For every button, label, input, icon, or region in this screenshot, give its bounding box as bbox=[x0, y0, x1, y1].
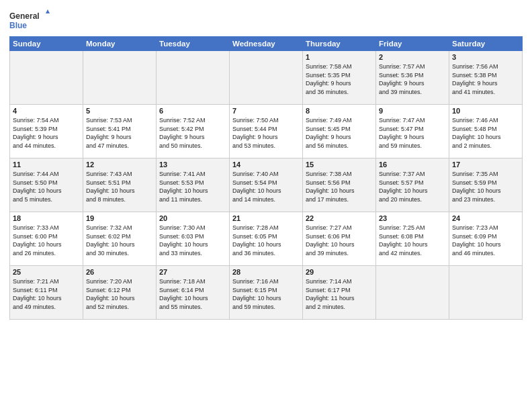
calendar-day-cell: 9Sunrise: 7:47 AM Sunset: 5:47 PM Daylig… bbox=[376, 105, 449, 158]
calendar-day-cell: 17Sunrise: 7:35 AM Sunset: 5:59 PM Dayli… bbox=[449, 158, 523, 212]
calendar-day-cell bbox=[157, 51, 230, 105]
day-number: 22 bbox=[306, 214, 373, 222]
calendar-day-cell: 6Sunrise: 7:52 AM Sunset: 5:42 PM Daylig… bbox=[157, 105, 230, 158]
calendar-day-cell: 19Sunrise: 7:32 AM Sunset: 6:02 PM Dayli… bbox=[83, 212, 157, 266]
day-number: 25 bbox=[13, 268, 80, 276]
calendar-week-row: 25Sunrise: 7:21 AM Sunset: 6:11 PM Dayli… bbox=[10, 266, 523, 320]
day-info: Sunrise: 7:23 AM Sunset: 6:09 PM Dayligh… bbox=[452, 224, 519, 257]
calendar-day-cell: 11Sunrise: 7:44 AM Sunset: 5:50 PM Dayli… bbox=[10, 158, 83, 212]
day-info: Sunrise: 7:16 AM Sunset: 6:15 PM Dayligh… bbox=[232, 277, 300, 311]
calendar-day-cell: 14Sunrise: 7:40 AM Sunset: 5:54 PM Dayli… bbox=[230, 158, 303, 212]
day-info: Sunrise: 7:40 AM Sunset: 5:54 PM Dayligh… bbox=[232, 170, 300, 203]
day-info: Sunrise: 7:58 AM Sunset: 5:35 PM Dayligh… bbox=[306, 62, 373, 96]
calendar-day-cell: 29Sunrise: 7:14 AM Sunset: 6:17 PM Dayli… bbox=[303, 266, 376, 320]
day-info: Sunrise: 7:35 AM Sunset: 5:59 PM Dayligh… bbox=[452, 170, 519, 203]
logo: General Blue bbox=[9, 9, 50, 32]
day-number: 27 bbox=[159, 268, 226, 276]
day-number: 16 bbox=[379, 161, 446, 169]
svg-text:General: General bbox=[9, 11, 40, 21]
day-number: 11 bbox=[13, 161, 80, 169]
day-number: 1 bbox=[306, 53, 373, 61]
day-number: 23 bbox=[379, 214, 446, 222]
day-number: 24 bbox=[452, 214, 519, 222]
day-number: 17 bbox=[452, 161, 519, 169]
day-info: Sunrise: 7:33 AM Sunset: 6:00 PM Dayligh… bbox=[13, 224, 80, 257]
calendar-day-cell: 28Sunrise: 7:16 AM Sunset: 6:15 PM Dayli… bbox=[230, 266, 303, 320]
calendar-header-cell: Sunday bbox=[10, 37, 83, 51]
day-info: Sunrise: 7:52 AM Sunset: 5:42 PM Dayligh… bbox=[159, 116, 226, 150]
day-info: Sunrise: 7:20 AM Sunset: 6:12 PM Dayligh… bbox=[86, 277, 153, 311]
day-info: Sunrise: 7:28 AM Sunset: 6:05 PM Dayligh… bbox=[232, 224, 300, 257]
calendar-header-cell: Tuesday bbox=[157, 37, 230, 51]
day-number: 12 bbox=[86, 161, 153, 169]
calendar-day-cell: 8Sunrise: 7:49 AM Sunset: 5:45 PM Daylig… bbox=[303, 105, 376, 158]
calendar-day-cell: 21Sunrise: 7:28 AM Sunset: 6:05 PM Dayli… bbox=[230, 212, 303, 266]
calendar-day-cell: 1Sunrise: 7:58 AM Sunset: 5:35 PM Daylig… bbox=[303, 51, 376, 105]
day-number: 9 bbox=[379, 107, 446, 115]
day-number: 20 bbox=[159, 214, 226, 222]
page-header: General Blue bbox=[9, 7, 523, 32]
calendar-day-cell: 22Sunrise: 7:27 AM Sunset: 6:06 PM Dayli… bbox=[303, 212, 376, 266]
day-info: Sunrise: 7:50 AM Sunset: 5:44 PM Dayligh… bbox=[232, 116, 300, 150]
calendar-day-cell: 16Sunrise: 7:37 AM Sunset: 5:57 PM Dayli… bbox=[376, 158, 449, 212]
day-number: 26 bbox=[86, 268, 153, 276]
calendar-header-row: SundayMondayTuesdayWednesdayThursdayFrid… bbox=[10, 37, 523, 51]
calendar-day-cell: 27Sunrise: 7:18 AM Sunset: 6:14 PM Dayli… bbox=[157, 266, 230, 320]
day-number: 7 bbox=[232, 107, 300, 115]
calendar-day-cell: 10Sunrise: 7:46 AM Sunset: 5:48 PM Dayli… bbox=[449, 105, 523, 158]
day-info: Sunrise: 7:49 AM Sunset: 5:45 PM Dayligh… bbox=[306, 116, 373, 150]
day-number: 15 bbox=[306, 161, 373, 169]
day-info: Sunrise: 7:43 AM Sunset: 5:51 PM Dayligh… bbox=[86, 170, 153, 203]
calendar-day-cell: 15Sunrise: 7:38 AM Sunset: 5:56 PM Dayli… bbox=[303, 158, 376, 212]
calendar-header-cell: Monday bbox=[83, 37, 157, 51]
day-number: 2 bbox=[379, 53, 446, 61]
day-info: Sunrise: 7:56 AM Sunset: 5:38 PM Dayligh… bbox=[452, 62, 519, 96]
day-number: 10 bbox=[452, 107, 519, 115]
day-info: Sunrise: 7:21 AM Sunset: 6:11 PM Dayligh… bbox=[13, 277, 80, 311]
day-number: 13 bbox=[159, 161, 226, 169]
day-info: Sunrise: 7:47 AM Sunset: 5:47 PM Dayligh… bbox=[379, 116, 446, 150]
calendar-week-row: 11Sunrise: 7:44 AM Sunset: 5:50 PM Dayli… bbox=[10, 158, 523, 212]
calendar-day-cell: 5Sunrise: 7:53 AM Sunset: 5:41 PM Daylig… bbox=[83, 105, 157, 158]
calendar-day-cell: 13Sunrise: 7:41 AM Sunset: 5:53 PM Dayli… bbox=[157, 158, 230, 212]
day-info: Sunrise: 7:30 AM Sunset: 6:03 PM Dayligh… bbox=[159, 224, 226, 257]
calendar-day-cell bbox=[230, 51, 303, 105]
day-number: 28 bbox=[232, 268, 300, 276]
calendar-header-cell: Wednesday bbox=[230, 37, 303, 51]
calendar-table: SundayMondayTuesdayWednesdayThursdayFrid… bbox=[9, 36, 523, 320]
calendar-header-cell: Thursday bbox=[303, 37, 376, 51]
calendar-day-cell: 4Sunrise: 7:54 AM Sunset: 5:39 PM Daylig… bbox=[10, 105, 83, 158]
day-number: 19 bbox=[86, 214, 153, 222]
calendar-day-cell bbox=[449, 266, 523, 320]
day-info: Sunrise: 7:18 AM Sunset: 6:14 PM Dayligh… bbox=[159, 277, 226, 311]
day-number: 29 bbox=[306, 268, 373, 276]
calendar-day-cell: 18Sunrise: 7:33 AM Sunset: 6:00 PM Dayli… bbox=[10, 212, 83, 266]
calendar-week-row: 4Sunrise: 7:54 AM Sunset: 5:39 PM Daylig… bbox=[10, 105, 523, 158]
calendar-day-cell bbox=[83, 51, 157, 105]
day-info: Sunrise: 7:44 AM Sunset: 5:50 PM Dayligh… bbox=[13, 170, 80, 203]
calendar-day-cell: 26Sunrise: 7:20 AM Sunset: 6:12 PM Dayli… bbox=[83, 266, 157, 320]
day-number: 6 bbox=[159, 107, 226, 115]
day-info: Sunrise: 7:41 AM Sunset: 5:53 PM Dayligh… bbox=[159, 170, 226, 203]
logo-svg: General Blue bbox=[9, 9, 50, 32]
calendar-day-cell: 23Sunrise: 7:25 AM Sunset: 6:08 PM Dayli… bbox=[376, 212, 449, 266]
calendar-header-cell: Saturday bbox=[449, 37, 523, 51]
calendar-day-cell: 2Sunrise: 7:57 AM Sunset: 5:36 PM Daylig… bbox=[376, 51, 449, 105]
day-info: Sunrise: 7:14 AM Sunset: 6:17 PM Dayligh… bbox=[306, 277, 373, 311]
day-info: Sunrise: 7:27 AM Sunset: 6:06 PM Dayligh… bbox=[306, 224, 373, 257]
svg-marker-2 bbox=[46, 9, 50, 13]
calendar-week-row: 1Sunrise: 7:58 AM Sunset: 5:35 PM Daylig… bbox=[10, 51, 523, 105]
calendar-day-cell: 12Sunrise: 7:43 AM Sunset: 5:51 PM Dayli… bbox=[83, 158, 157, 212]
day-info: Sunrise: 7:25 AM Sunset: 6:08 PM Dayligh… bbox=[379, 224, 446, 257]
day-info: Sunrise: 7:32 AM Sunset: 6:02 PM Dayligh… bbox=[86, 224, 153, 257]
calendar-day-cell: 3Sunrise: 7:56 AM Sunset: 5:38 PM Daylig… bbox=[449, 51, 523, 105]
page-container: General Blue SundayMondayTuesdayWednesda… bbox=[0, 0, 532, 324]
day-number: 21 bbox=[232, 214, 300, 222]
day-info: Sunrise: 7:37 AM Sunset: 5:57 PM Dayligh… bbox=[379, 170, 446, 203]
calendar-day-cell bbox=[376, 266, 449, 320]
day-number: 3 bbox=[452, 53, 519, 61]
day-info: Sunrise: 7:38 AM Sunset: 5:56 PM Dayligh… bbox=[306, 170, 373, 203]
calendar-day-cell: 25Sunrise: 7:21 AM Sunset: 6:11 PM Dayli… bbox=[10, 266, 83, 320]
day-number: 18 bbox=[13, 214, 80, 222]
calendar-day-cell: 7Sunrise: 7:50 AM Sunset: 5:44 PM Daylig… bbox=[230, 105, 303, 158]
